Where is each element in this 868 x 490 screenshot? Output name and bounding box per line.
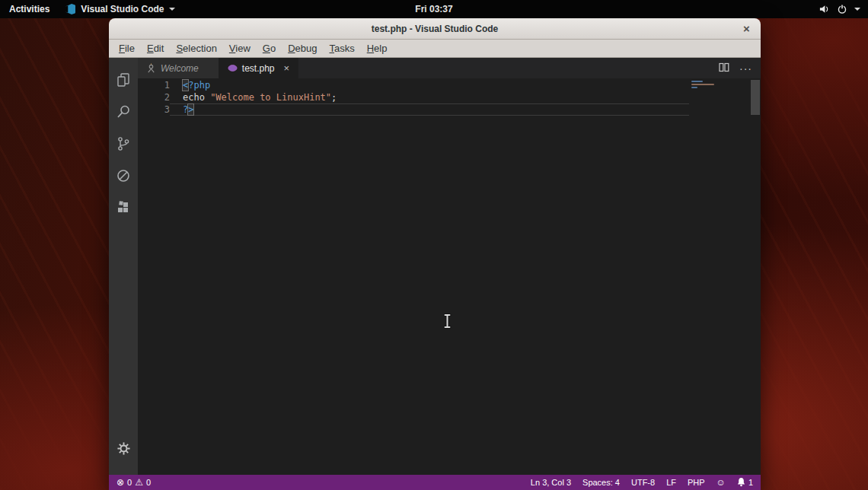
notifications-button[interactable]: 1 — [737, 477, 753, 488]
warning-count: 0 — [146, 478, 151, 487]
menu-help[interactable]: Help — [361, 41, 394, 56]
tab-close-icon[interactable]: × — [284, 62, 290, 74]
activity-bar — [109, 58, 138, 475]
problems-button[interactable]: ⊗ 0 ⚠ 0 — [116, 478, 151, 487]
indentation-indicator[interactable]: Spaces: 4 — [582, 478, 620, 487]
menu-debug[interactable]: Debug — [282, 41, 323, 56]
line-number: 2 — [138, 91, 170, 103]
minimap-line — [691, 81, 703, 82]
window-title: test.php - Visual Studio Code — [372, 24, 498, 34]
code-line: 1 <?php — [138, 79, 689, 91]
menu-file[interactable]: File — [113, 41, 141, 56]
tab-test-php[interactable]: test.php × — [219, 58, 298, 78]
encoding-indicator[interactable]: UTF-8 — [631, 478, 655, 487]
more-actions-button[interactable]: ··· — [739, 62, 752, 75]
menu-tasks[interactable]: Tasks — [323, 41, 360, 56]
extensions-icon[interactable] — [109, 192, 138, 224]
clock[interactable]: Fri 03:37 — [415, 4, 452, 14]
code-line: 2 echo "Welcome to LinuxHint"; — [138, 91, 689, 103]
volume-icon — [819, 4, 830, 14]
menu-selection[interactable]: Selection — [170, 41, 222, 56]
semicolon: ; — [331, 92, 337, 103]
tab-label: test.php — [242, 63, 275, 74]
desktop: Activities Visual Studio Code Fri 03:37 … — [0, 0, 868, 490]
activities-button[interactable]: Activities — [9, 4, 49, 14]
eol-indicator[interactable]: LF — [666, 478, 676, 487]
warning-icon: ⚠ — [135, 478, 143, 487]
app-menu-button[interactable]: Visual Studio Code — [65, 4, 175, 14]
search-icon[interactable] — [109, 96, 138, 128]
vscode-logo-icon — [65, 4, 75, 14]
cursor-position-indicator[interactable]: Ln 3, Col 3 — [531, 478, 571, 487]
debug-icon[interactable] — [109, 160, 138, 192]
settings-gear-icon[interactable] — [109, 432, 138, 464]
minimap-line — [691, 84, 714, 85]
chevron-down-icon — [854, 8, 860, 11]
minimap-line — [691, 87, 697, 88]
tab-bar: Welcome test.php × ··· — [138, 58, 761, 78]
php-file-icon — [228, 63, 238, 73]
echo-keyword: echo — [183, 92, 210, 103]
welcome-icon — [146, 63, 156, 73]
line-number: 3 — [138, 103, 170, 116]
split-editor-button[interactable] — [719, 62, 729, 75]
minimap[interactable] — [689, 78, 750, 475]
notification-count: 1 — [748, 478, 753, 487]
source-control-icon[interactable] — [109, 128, 138, 160]
error-count: 0 — [127, 478, 132, 487]
window-titlebar[interactable]: test.php - Visual Studio Code × — [109, 18, 761, 40]
tab-label: Welcome — [161, 63, 199, 74]
bell-icon — [737, 477, 745, 488]
vscode-window: test.php - Visual Studio Code × File Edi… — [109, 18, 761, 490]
error-icon: ⊗ — [116, 478, 124, 487]
feedback-smiley-icon[interactable]: ☺ — [716, 478, 726, 487]
window-close-button[interactable]: × — [739, 21, 754, 36]
scrollbar-thumb[interactable] — [751, 80, 760, 115]
php-close-bracket: > — [188, 104, 193, 115]
menu-bar: File Edit Selection View Go Debug Tasks … — [109, 40, 761, 58]
menu-edit[interactable]: Edit — [141, 41, 170, 56]
string-literal: "Welcome to LinuxHint" — [210, 92, 331, 103]
code-editor[interactable]: 1 <?php 2 echo "Welcome to LinuxHint"; 3… — [138, 78, 761, 475]
language-mode-indicator[interactable]: PHP — [688, 478, 705, 487]
status-bar: ⊗ 0 ⚠ 0 Ln 3, Col 3 Spaces: 4 UTF-8 LF P… — [109, 475, 761, 490]
php-open-tag: ?php — [188, 80, 210, 91]
menu-go[interactable]: Go — [257, 41, 282, 56]
explorer-icon[interactable] — [109, 64, 138, 96]
app-menu-label: Visual Studio Code — [81, 4, 164, 14]
chevron-down-icon — [169, 8, 175, 11]
power-icon — [837, 4, 847, 14]
code-lines: 1 <?php 2 echo "Welcome to LinuxHint"; 3… — [138, 79, 689, 116]
tab-welcome[interactable]: Welcome — [138, 58, 219, 78]
line-number: 1 — [138, 79, 170, 91]
system-status-menu[interactable] — [819, 4, 860, 14]
vertical-scrollbar[interactable] — [750, 78, 761, 475]
menu-view[interactable]: View — [223, 41, 257, 56]
code-line-current: 3 ?> — [138, 103, 689, 116]
gnome-top-bar: Activities Visual Studio Code Fri 03:37 — [0, 0, 868, 18]
